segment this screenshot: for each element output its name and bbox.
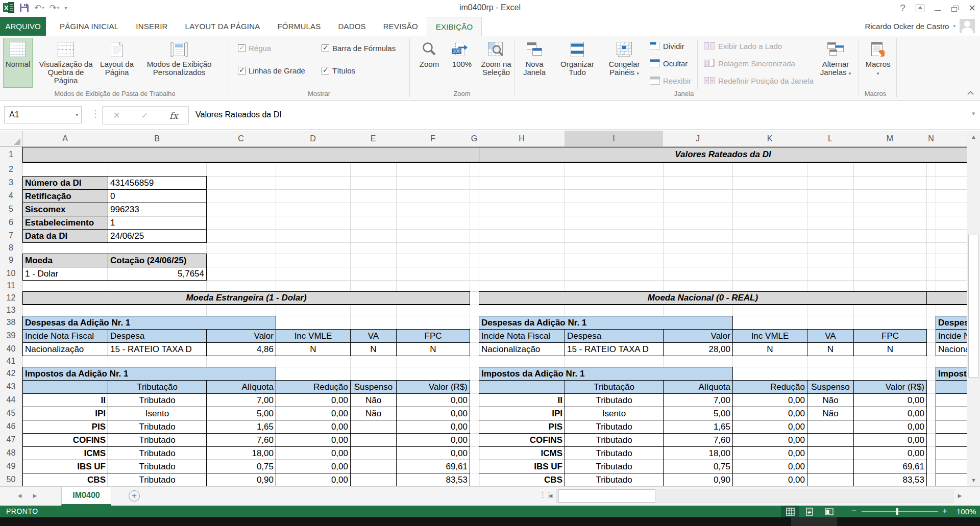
row-header-41[interactable]: 41 (0, 356, 22, 367)
row-header-6[interactable]: 6 (0, 216, 22, 230)
cell-F45[interactable]: 0,00 (396, 407, 470, 420)
checkbox-titulos[interactable]: Títulos (322, 66, 355, 75)
cell-C44[interactable]: 7,00 (206, 393, 276, 407)
cell-O40[interactable]: Nacionalização (936, 342, 967, 356)
cell-L49[interactable] (807, 460, 854, 473)
cell-C39[interactable]: Valor (206, 329, 276, 343)
tab-arquivo[interactable]: ARQUIVO (0, 17, 46, 36)
cell-A44[interactable]: II (22, 393, 108, 407)
cell-H12[interactable]: Moeda Nacional (0 - REAL) (479, 291, 927, 305)
cell-E40[interactable]: N (350, 342, 397, 356)
cell-M46[interactable]: 0,00 (853, 420, 927, 434)
cell-E50[interactable] (350, 473, 397, 486)
tab-pagina-inicial[interactable]: PÁGINA INICIAL (51, 17, 127, 36)
cell-A45[interactable]: IPI (22, 407, 108, 420)
cell-F50[interactable]: 83,53 (396, 473, 470, 486)
vertical-scrollbar-thumb[interactable] (968, 235, 979, 378)
cell-B39[interactable]: Despesa (108, 329, 207, 343)
cell-F47[interactable]: 0,00 (396, 433, 470, 447)
cell-E46[interactable] (350, 420, 397, 434)
cell-H42[interactable]: Impostos da Adição Nr. 1 (479, 367, 733, 381)
cell-A46[interactable]: PIS (22, 420, 108, 434)
cell-D44[interactable]: 0,00 (276, 393, 351, 407)
cell-O39[interactable]: Incide Nota Fiscal (936, 329, 967, 343)
cell-M49[interactable]: 69,61 (853, 460, 927, 473)
enter-formula-icon[interactable]: ✓ (141, 110, 149, 121)
row-header-13[interactable]: 13 (0, 305, 22, 316)
taskbar[interactable] (0, 517, 980, 526)
cell-K48[interactable]: 0,00 (732, 446, 807, 460)
column-header-I[interactable]: I (565, 131, 664, 147)
cell-C45[interactable]: 5,00 (206, 407, 276, 420)
cell-C43[interactable]: Alíquota (206, 380, 276, 394)
row-header-47[interactable]: 47 (0, 433, 22, 447)
column-header-L[interactable]: L (807, 131, 854, 147)
zoom-in-icon[interactable]: + (942, 506, 947, 516)
cell-O50[interactable] (936, 473, 967, 486)
cell-L44[interactable]: Não (807, 393, 854, 407)
cell-J50[interactable]: 0,90 (663, 473, 733, 486)
cell-A47[interactable]: COFINS (22, 433, 108, 447)
row-header-38[interactable]: 38 (0, 316, 22, 330)
sheet-tab-im0400[interactable]: IM0400 (61, 487, 111, 506)
zoom-slider-thumb[interactable] (896, 508, 898, 515)
cell-I40[interactable]: 15 - RATEIO TAXA D (565, 342, 664, 356)
close-icon[interactable]: ✕ (968, 3, 976, 14)
page-break-preview-button[interactable]: Visualização da Quebra de Página (35, 38, 97, 88)
scroll-up-icon[interactable]: ▲ (967, 132, 980, 142)
arrange-all-button[interactable]: Organizar Tudo (552, 38, 602, 88)
column-header-J[interactable]: J (663, 131, 733, 147)
cell-H1[interactable]: Valores Rateados da DI (479, 147, 967, 163)
cell-M45[interactable]: 0,00 (853, 407, 927, 420)
column-header-G[interactable]: G (470, 131, 479, 147)
column-header-C[interactable]: C (206, 131, 276, 147)
cell-K39[interactable]: Inc VMLE (732, 329, 807, 343)
cell-H43[interactable] (479, 380, 565, 394)
cell-B5[interactable]: 996233 (108, 203, 207, 216)
cell-I44[interactable]: Tributado (565, 393, 664, 407)
cell-I49[interactable]: Tributado (565, 460, 664, 473)
row-header-8[interactable]: 8 (0, 242, 22, 254)
cell-E43[interactable]: Suspenso (350, 380, 397, 394)
vertical-scrollbar[interactable]: ▲ ▼ (967, 131, 980, 486)
row-header-10[interactable]: 10 (0, 267, 22, 281)
cell-K45[interactable]: 0,00 (732, 407, 807, 420)
tab-inserir[interactable]: INSERIR (127, 17, 176, 36)
macros-button[interactable]: Macros▾ (863, 38, 893, 88)
cell-C49[interactable]: 0,75 (206, 460, 276, 473)
restore-icon[interactable] (951, 6, 958, 11)
row-header-45[interactable]: 45 (0, 407, 22, 420)
cell-I43[interactable]: Tributação (565, 380, 664, 394)
cell-A10[interactable]: 1 - Dolar (22, 267, 108, 281)
scroll-right-icon[interactable]: ► (957, 492, 963, 499)
cell-J45[interactable]: 5,00 (663, 407, 733, 420)
zoom-slider[interactable] (862, 511, 938, 512)
cell-B46[interactable]: Tributado (108, 420, 207, 434)
tab-revisao[interactable]: REVISÃO (375, 17, 427, 36)
cell-D50[interactable]: 0,00 (276, 473, 351, 486)
checkbox-regua[interactable]: Régua (238, 44, 271, 53)
column-header-O[interactable] (936, 131, 967, 147)
cell-M44[interactable]: 0,00 (853, 393, 927, 407)
column-header-F[interactable]: F (396, 131, 470, 147)
cell-D48[interactable]: 0,00 (276, 446, 351, 460)
cell-H49[interactable]: IBS UF (479, 460, 565, 473)
cell-B7[interactable]: 24/06/25 (108, 229, 207, 243)
cell-H39[interactable]: Incide Nota Fiscal (479, 329, 565, 343)
insert-function-icon[interactable]: fx (169, 110, 178, 121)
hide-button[interactable]: Ocultar (649, 59, 688, 68)
cell-C48[interactable]: 18,00 (206, 446, 276, 460)
cell-B6[interactable]: 1 (108, 216, 207, 230)
cell-B44[interactable]: Tributado (108, 393, 207, 407)
checkbox-linhas-de-grade[interactable]: Linhas de Grade (238, 66, 305, 75)
select-all-corner[interactable] (0, 131, 22, 147)
freeze-panes-button[interactable]: Congelar Painéis ▾ (603, 38, 645, 88)
cell-B47[interactable]: Tributado (108, 433, 207, 447)
taskbar-item[interactable] (791, 517, 837, 526)
tab-exibicao[interactable]: EXIBIÇÃO (427, 17, 482, 36)
cell-O44[interactable] (936, 393, 967, 407)
row-header-43[interactable]: 43 (0, 380, 22, 394)
row-header-1[interactable]: 1 (0, 147, 22, 163)
column-header-K[interactable]: K (732, 131, 807, 147)
switch-windows-button[interactable]: Alternar Janelas ▾ (816, 38, 855, 88)
